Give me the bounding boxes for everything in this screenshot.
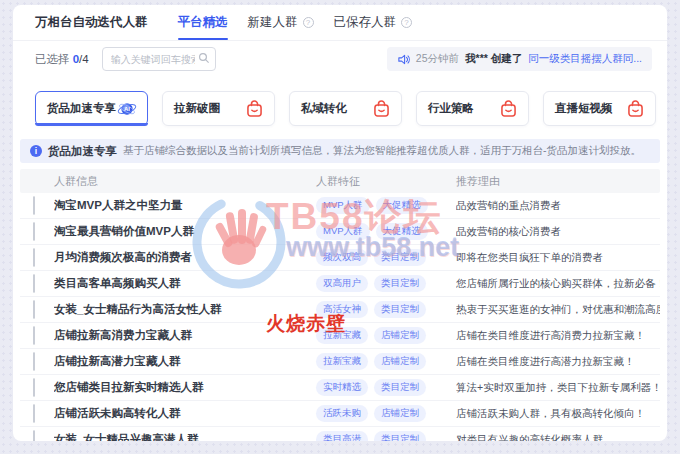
card-live-short-video[interactable]: 直播短视频 xyxy=(543,91,656,126)
actor-name: 我*** xyxy=(465,52,488,64)
category-cards: 货品加速专享 AI 拉新破圈 私域转化 xyxy=(13,77,667,134)
tag-pill: MVP人群 xyxy=(316,197,370,214)
shopping-bag-icon xyxy=(371,98,392,119)
svg-text:AI: AI xyxy=(124,106,130,112)
tag-pill: 类目定制 xyxy=(374,431,426,441)
audience-tags: 频次双高 类目定制 xyxy=(316,249,456,266)
audience-tags: 实时精选 类目定制 xyxy=(316,379,456,396)
info-icon: i xyxy=(30,145,42,157)
audience-name: 您店铺类目拉新实时精选人群 xyxy=(54,380,316,395)
page-title: 万相台自动迭代人群 xyxy=(35,14,148,31)
tag-pill: 大促精选 xyxy=(376,197,428,214)
selected-total: /4 xyxy=(79,53,89,65)
notification-actor: 我*** 创建了 xyxy=(465,52,522,66)
recommendation-reason: 算法+实时双重加持，类目下拉新专属利器！ xyxy=(456,381,660,395)
row-checkbox[interactable] xyxy=(33,352,35,371)
column-header-reason: 推荐理由 xyxy=(456,174,660,189)
audience-name: 月均消费频次极高的消费者 xyxy=(54,250,316,265)
tab-saved-audience[interactable]: 已保存人群 ? xyxy=(324,5,423,40)
row-checkbox[interactable] xyxy=(33,300,35,319)
table-row: 月均消费频次极高的消费者 频次双高 类目定制 即将在您类目疯狂下单的消费者 xyxy=(20,245,660,271)
row-checkbox[interactable] xyxy=(33,326,35,345)
tag-pill: 类目定制 xyxy=(374,379,426,396)
table-row: 您店铺类目拉新实时精选人群 实时精选 类目定制 算法+实时双重加持，类目下拉新专… xyxy=(20,375,660,401)
tag-pill: MVP人群 xyxy=(316,223,370,240)
selected-text: 已选择 xyxy=(35,53,70,65)
main-panel: 万相台自动迭代人群 平台精选 新建人群 ? 已保存人群 ? 已选择 0/4 xyxy=(13,5,667,441)
card-goods-acceleration[interactable]: 货品加速专享 AI xyxy=(35,91,148,126)
tag-pill: 类目定制 xyxy=(374,249,426,266)
recommendation-reason: 对类目有兴趣的高转化概率人群 xyxy=(456,433,660,442)
tab-label: 已保存人群 xyxy=(334,14,397,31)
tag-pill: 店铺定制 xyxy=(374,353,426,370)
tab-platform-featured[interactable]: 平台精选 xyxy=(168,5,238,40)
search-icon xyxy=(198,52,210,64)
recommendation-reason: 店铺在类目维度进行高潜力拉新宝藏！ xyxy=(456,355,660,369)
card-private-conversion[interactable]: 私域转化 xyxy=(289,91,402,126)
recommendation-reason: 店铺活跃未购人群，具有极高转化倾向！ xyxy=(456,407,660,421)
audience-tags: MVP人群 大促精选 xyxy=(316,197,456,214)
audience-tags: 高活女神 类目定制 xyxy=(316,301,456,318)
audience-name: 店铺拉新高消费力宝藏人群 xyxy=(54,328,316,343)
notification-link[interactable]: 同一级类目摇摆人群同... xyxy=(528,52,642,66)
recommendation-reason: 即将在您类目疯狂下单的消费者 xyxy=(456,251,660,265)
recommendation-reason: 您店铺所属行业的核心购买群体，拉新必备！ xyxy=(456,277,660,291)
tab-new-audience[interactable]: 新建人群 ? xyxy=(238,5,324,40)
audience-name: 女装_女士精品行为高活女性人群 xyxy=(54,302,316,317)
tab-label: 平台精选 xyxy=(178,14,228,31)
row-checkbox[interactable] xyxy=(33,404,35,423)
tag-pill: 频次双高 xyxy=(316,249,368,266)
ai-sphere-icon: AI xyxy=(116,97,138,121)
audience-name: 类目高客单高频购买人群 xyxy=(54,276,316,291)
row-checkbox[interactable] xyxy=(33,378,35,397)
card-new-customer[interactable]: 拉新破圈 xyxy=(162,91,275,126)
audience-tags: 拉新宝藏 店铺定制 xyxy=(316,353,456,370)
row-checkbox[interactable] xyxy=(33,430,35,442)
audience-name: 淘宝MVP人群之中坚力量 xyxy=(54,198,316,213)
table-body: 淘宝MVP人群之中坚力量 MVP人群 大促精选 品效营销的重点消费者 淘宝最具营… xyxy=(20,193,660,441)
page: 万相台自动迭代人群 平台精选 新建人群 ? 已保存人群 ? 已选择 0/4 xyxy=(0,0,680,454)
shopping-bag-icon xyxy=(244,98,265,119)
recommendation-reason: 店铺在类目维度进行高消费力拉新宝藏！ xyxy=(456,329,660,343)
row-checkbox[interactable] xyxy=(33,248,35,267)
card-label: 直播短视频 xyxy=(555,101,613,116)
table-row: 店铺拉新高潜力宝藏人群 拉新宝藏 店铺定制 店铺在类目维度进行高潜力拉新宝藏！ xyxy=(20,349,660,375)
tag-pill: 拉新宝藏 xyxy=(316,327,368,344)
audience-tags: MVP人群 大促精选 xyxy=(316,223,456,240)
tag-pill: 类目高潜 xyxy=(316,431,368,441)
table-row: 女装_女士精品行为高活女性人群 高活女神 类目定制 热衷于买买逛逛的女神们，对优… xyxy=(20,297,660,323)
audience-tags: 双高用户 类目定制 xyxy=(316,275,456,292)
tab-bar: 万相台自动迭代人群 平台精选 新建人群 ? 已保存人群 ? xyxy=(13,5,667,41)
table-header: 人群信息 人群特征 推荐理由 xyxy=(20,169,660,193)
tag-pill: 高活女神 xyxy=(316,301,368,318)
card-label: 拉新破圈 xyxy=(174,101,220,116)
tag-pill: 店铺定制 xyxy=(374,327,426,344)
tab-label: 新建人群 xyxy=(248,14,298,31)
table-row: 店铺活跃未购高转化人群 活跃未购 店铺定制 店铺活跃未购人群，具有极高转化倾向！ xyxy=(20,401,660,427)
row-checkbox[interactable] xyxy=(33,274,35,293)
card-label: 私域转化 xyxy=(301,101,347,116)
banner-description: 基于店铺综合数据以及当前计划所填写信息，算法为您智能推荐超优质人群，适用于万相台… xyxy=(123,144,641,158)
audience-name: 店铺活跃未购高转化人群 xyxy=(54,406,316,421)
table-row: 店铺拉新高消费力宝藏人群 拉新宝藏 店铺定制 店铺在类目维度进行高消费力拉新宝藏… xyxy=(20,323,660,349)
help-icon[interactable]: ? xyxy=(401,17,412,28)
audience-name: 女装_女士精品兴趣高潜人群 xyxy=(54,432,316,441)
shopping-bag-icon xyxy=(498,98,519,119)
row-checkbox[interactable] xyxy=(33,196,35,215)
tag-pill: 活跃未购 xyxy=(316,405,368,422)
row-checkbox[interactable] xyxy=(33,222,35,241)
help-icon[interactable]: ? xyxy=(303,17,314,28)
selection-row: 已选择 0/4 25分钟前 我*** 创建了 xyxy=(13,41,667,77)
column-header-info: 人群信息 xyxy=(54,174,316,189)
tag-pill: 拉新宝藏 xyxy=(316,353,368,370)
tag-pill: 类目定制 xyxy=(374,301,426,318)
recommendation-reason: 品效营销的核心消费者 xyxy=(456,225,660,239)
audience-name: 淘宝最具营销价值MVP人群 xyxy=(54,224,316,239)
card-industry-strategy[interactable]: 行业策略 xyxy=(416,91,529,126)
audience-tags: 活跃未购 店铺定制 xyxy=(316,405,456,422)
column-header-traits: 人群特征 xyxy=(316,174,456,189)
table-row: 淘宝MVP人群之中坚力量 MVP人群 大促精选 品效营销的重点消费者 xyxy=(20,193,660,219)
speaker-icon xyxy=(397,53,410,66)
card-label: 行业策略 xyxy=(428,101,474,116)
table-row: 类目高客单高频购买人群 双高用户 类目定制 您店铺所属行业的核心购买群体，拉新必… xyxy=(20,271,660,297)
